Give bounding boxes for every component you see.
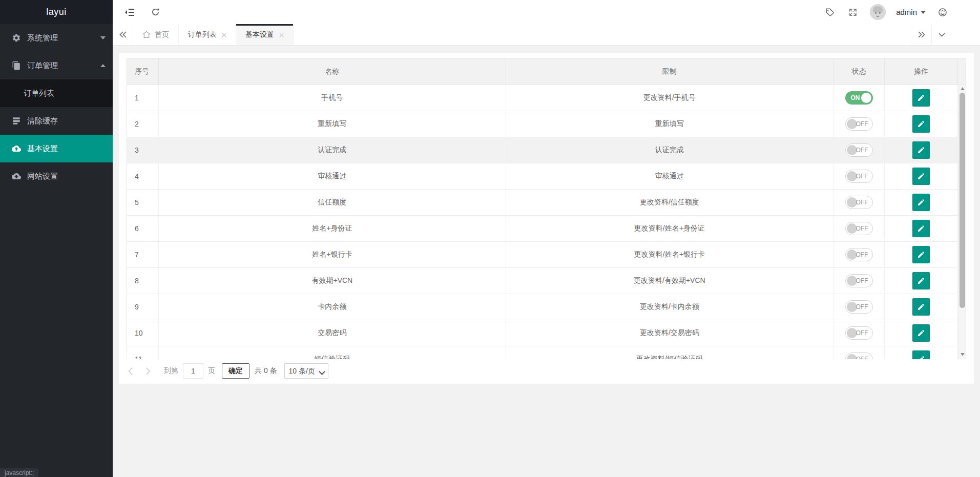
tab-basic-settings[interactable]: 基本设置: [236, 24, 294, 45]
col-header-name: 名称: [159, 59, 506, 85]
scroll-up-icon[interactable]: [958, 85, 966, 92]
sidebar-item-order-list[interactable]: 订单列表: [0, 79, 113, 107]
switch-label: OFF: [856, 199, 868, 206]
tag-icon[interactable]: [823, 6, 836, 19]
switch-knob: [847, 197, 857, 208]
cell-no: 9: [127, 294, 159, 320]
switch-label: OFF: [856, 329, 868, 337]
sidebar-item-basic-settings[interactable]: 基本设置: [0, 135, 113, 162]
confirm-button[interactable]: 确定: [222, 363, 249, 379]
tabs-menu-icon[interactable]: [931, 24, 952, 45]
edit-button[interactable]: [912, 324, 930, 342]
switch-knob: [861, 93, 871, 103]
table-row: 7 姓名+银行卡 更改资料/姓名+银行卡 OFF: [127, 242, 966, 268]
cache-icon: [12, 116, 21, 126]
fullscreen-icon[interactable]: [846, 6, 860, 19]
tab-bar: 首页 订单列表 基本设置: [113, 24, 980, 46]
edit-button[interactable]: [912, 350, 930, 359]
cell-limit: 审核通过: [506, 163, 833, 189]
status-switch[interactable]: OFF: [845, 274, 873, 287]
tabs-scroll-left-icon[interactable]: [113, 24, 133, 45]
switch-knob: [847, 302, 857, 312]
status-switch[interactable]: OFF: [845, 170, 873, 183]
theme-palette-icon[interactable]: [936, 6, 949, 19]
page-label: 页: [208, 366, 215, 376]
edit-button[interactable]: [912, 272, 930, 289]
cell-limit: 更改资料/短信验证码: [506, 346, 833, 359]
tab-order-list[interactable]: 订单列表: [179, 24, 236, 45]
page-number-input[interactable]: [183, 363, 203, 379]
edit-button[interactable]: [912, 115, 930, 133]
edit-button[interactable]: [912, 141, 930, 159]
next-page-icon[interactable]: [146, 367, 151, 375]
sidebar-item-clear-cache[interactable]: 清除缓存: [0, 107, 113, 135]
page-size-select[interactable]: 10 条/页: [284, 363, 328, 379]
edit-button[interactable]: [912, 89, 930, 107]
link-status-tooltip: javascript:;: [0, 468, 38, 477]
edit-button[interactable]: [912, 194, 930, 211]
status-switch[interactable]: OFF: [845, 248, 873, 261]
cell-limit: 更改资料/卡内余额: [506, 294, 833, 320]
status-switch[interactable]: OFF: [845, 222, 873, 235]
status-switch[interactable]: OFF: [845, 300, 873, 314]
switch-knob: [847, 119, 857, 129]
status-switch[interactable]: OFF: [845, 326, 873, 340]
cell-limit: 更改资料/有效期+VCN: [506, 268, 833, 294]
table-scrollbar[interactable]: [958, 85, 966, 359]
sidebar-item-order-management[interactable]: 订单管理: [0, 52, 113, 79]
refresh-icon[interactable]: [149, 6, 162, 19]
switch-label: OFF: [856, 251, 868, 258]
pencil-icon: [917, 94, 925, 102]
pencil-icon: [917, 303, 925, 311]
prev-page-icon[interactable]: [128, 367, 133, 375]
cell-name: 信任额度: [159, 190, 506, 215]
sidebar-item-site-settings[interactable]: 网站设置: [0, 162, 113, 190]
switch-knob: [847, 171, 857, 181]
status-switch[interactable]: OFF: [845, 196, 873, 209]
user-menu[interactable]: admin: [896, 8, 926, 16]
switch-knob: [847, 223, 857, 234]
scrollbar-thumb[interactable]: [960, 93, 965, 308]
status-switch[interactable]: OFF: [845, 143, 873, 157]
collapse-sidebar-icon[interactable]: [123, 6, 136, 19]
cell-no: 7: [127, 242, 159, 267]
switch-label: OFF: [856, 173, 868, 180]
edit-button[interactable]: [912, 246, 930, 263]
pagination-bar: 到第 页 确定 共 0 条 10 条/页: [127, 359, 966, 383]
tab-label: 首页: [155, 30, 169, 39]
scroll-down-icon[interactable]: [958, 351, 966, 358]
status-switch[interactable]: ON: [845, 91, 873, 105]
cell-name: 姓名+银行卡: [159, 242, 506, 267]
total-count: 共 0 条: [255, 366, 277, 376]
table-header: 序号 名称 限制 状态 操作: [127, 58, 966, 85]
table-body: 1 手机号 更改资料/手机号 ON 2 重新填写 重新填写 OFF: [127, 85, 966, 359]
tabs-scroll-right-icon[interactable]: [911, 24, 931, 45]
sidebar-item-label: 订单列表: [24, 89, 54, 98]
status-switch[interactable]: OFF: [845, 117, 873, 131]
cell-limit: 重新填写: [506, 111, 833, 137]
edit-button[interactable]: [912, 220, 930, 237]
sidebar-item-system-management[interactable]: 系统管理: [0, 24, 113, 52]
cell-limit: 更改资料/手机号: [506, 85, 833, 111]
top-header: admin: [113, 0, 980, 24]
col-header-limit: 限制: [506, 59, 833, 85]
switch-knob: [847, 250, 857, 260]
close-icon[interactable]: [222, 31, 226, 39]
close-icon[interactable]: [279, 31, 284, 39]
tab-home[interactable]: 首页: [133, 24, 179, 45]
cell-no: 6: [127, 216, 159, 241]
switch-label: OFF: [856, 356, 868, 359]
pencil-icon: [917, 277, 925, 285]
switch-knob: [847, 276, 857, 286]
table-row: 11 短信验证码 更改资料/短信验证码 OFF: [127, 346, 966, 359]
col-header-status: 状态: [833, 59, 885, 85]
pencil-icon: [917, 329, 925, 337]
cell-no: 11: [127, 346, 159, 359]
goto-label: 到第: [164, 366, 178, 376]
sidebar-item-label: 系统管理: [27, 33, 58, 43]
cell-limit: 更改资料/交易密码: [506, 320, 833, 346]
avatar[interactable]: [870, 4, 886, 20]
status-switch[interactable]: OFF: [845, 352, 873, 359]
edit-button[interactable]: [912, 168, 930, 185]
edit-button[interactable]: [912, 298, 930, 316]
